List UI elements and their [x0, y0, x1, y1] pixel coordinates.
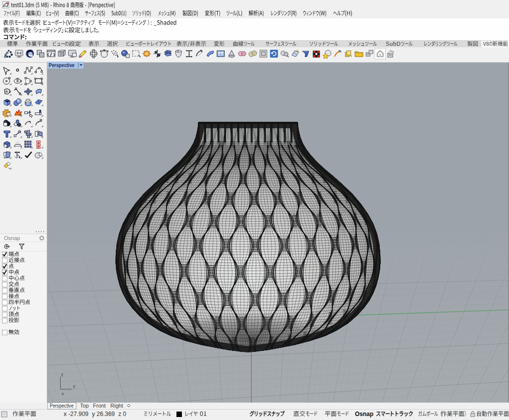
svg-text:x: x	[62, 391, 64, 396]
svg-text:z: z	[61, 372, 64, 377]
svg-text:y: y	[73, 384, 76, 389]
